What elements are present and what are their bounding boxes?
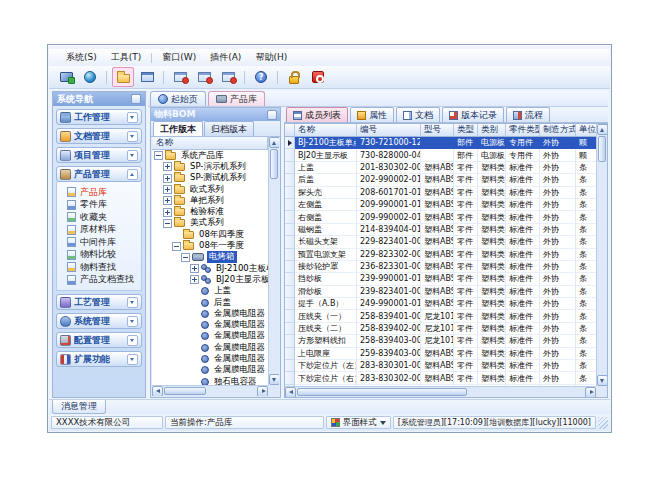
table-row[interactable]: 挡纱板239-990001-01I塑料ABS零件塑料类标准件外协条 bbox=[285, 273, 596, 285]
message-management-tab[interactable]: 消息管理 bbox=[52, 400, 106, 414]
sidebar-item-material-search[interactable]: 物料查找 bbox=[64, 261, 141, 274]
tree-node[interactable]: BJ20主显示板 bbox=[152, 274, 268, 285]
expand-icon[interactable] bbox=[163, 162, 172, 171]
tab-workflow[interactable]: 流程 bbox=[506, 107, 550, 122]
table-row[interactable]: 下纱定位片（左）283-830301-00I塑料ABS零件塑料类标准件外协条 bbox=[285, 360, 596, 372]
ui-style-button[interactable]: 界面样式 bbox=[326, 416, 391, 429]
menu-item-window[interactable]: 窗口(W) bbox=[155, 49, 203, 66]
chevron-down-icon[interactable] bbox=[127, 297, 138, 308]
workstation-button[interactable] bbox=[55, 67, 77, 87]
tree-node[interactable]: 08年一季度 bbox=[152, 240, 268, 251]
window-table-button[interactable] bbox=[136, 67, 158, 87]
tab-archived-version[interactable]: 归档版本 bbox=[204, 121, 254, 136]
menu-item-tools[interactable]: 工具(T) bbox=[104, 49, 149, 66]
tree-node[interactable]: 08年四季度 bbox=[152, 229, 268, 240]
table-row[interactable]: 左侧盖209-990001-01I塑料ABS零件塑料类标准件外协条 bbox=[285, 199, 596, 211]
collapse-icon[interactable] bbox=[172, 242, 181, 251]
tree-node[interactable]: 上盖 bbox=[152, 286, 268, 297]
tree-node[interactable]: SP-演示机系列 bbox=[152, 161, 268, 172]
tree-node[interactable]: SP-测试机系列 bbox=[152, 173, 268, 184]
tab-product-lib[interactable]: 产品库 bbox=[208, 91, 265, 106]
column-header-3[interactable]: 型号 bbox=[421, 124, 454, 137]
chevron-down-icon[interactable] bbox=[127, 131, 138, 142]
scroll-up-icon[interactable] bbox=[269, 137, 279, 148]
sidebar-item-raw-material-lib[interactable]: 原材料库 bbox=[64, 224, 141, 237]
sidebar-section-extension[interactable]: 扩展功能 bbox=[56, 351, 142, 367]
column-header-2[interactable]: 编号 bbox=[357, 124, 421, 137]
tree-node[interactable]: 独石电容器 bbox=[152, 376, 268, 385]
help-button[interactable] bbox=[250, 67, 272, 87]
table-row[interactable]: 上盖201-830302-00I塑料ABS零件塑料类标准件外协条 bbox=[285, 162, 596, 174]
chevron-down-icon[interactable] bbox=[127, 112, 138, 123]
tree-vertical-scrollbar[interactable] bbox=[268, 137, 279, 385]
sidebar-section-product[interactable]: 产品管理 bbox=[56, 166, 142, 182]
tree-node[interactable]: 金属膜电阻器 bbox=[152, 342, 268, 353]
chevron-down-icon[interactable] bbox=[127, 316, 138, 327]
scroll-left-icon[interactable] bbox=[285, 387, 296, 398]
tree-node[interactable]: 金属膜电阻器 bbox=[152, 308, 268, 319]
table-row[interactable]: BJ-2100主板单点730-721000-12I部件电源板专用件外协颗 bbox=[285, 137, 596, 149]
sidebar-section-project[interactable]: 项目管理 bbox=[56, 147, 142, 163]
scroll-down-icon[interactable] bbox=[269, 374, 279, 385]
table-row[interactable]: 方形塑料线扣258-839403-00I尼龙1010零件塑料类标准件外协条 bbox=[285, 335, 596, 347]
column-header-6[interactable]: 零件类型 bbox=[506, 124, 540, 137]
exit-button[interactable] bbox=[307, 67, 329, 87]
resize-grip[interactable] bbox=[598, 417, 608, 429]
chevron-down-icon[interactable] bbox=[127, 150, 138, 161]
tab-members[interactable]: 成员列表 bbox=[286, 107, 348, 122]
scrollbar-thumb[interactable] bbox=[164, 387, 206, 395]
column-header-8[interactable]: 单位 bbox=[576, 124, 596, 137]
tree-node[interactable]: 金属膜电阻器 bbox=[152, 353, 268, 364]
scroll-left-icon[interactable] bbox=[152, 386, 163, 396]
expand-icon[interactable] bbox=[163, 196, 172, 205]
tab-documents[interactable]: 文档 bbox=[396, 107, 440, 122]
sidebar-item-part-lib[interactable]: 零件库 bbox=[64, 199, 141, 212]
sidebar-item-product-lib[interactable]: 产品库 bbox=[64, 186, 141, 199]
table-row[interactable]: 长磁头支架229-823401-00I塑料ABS零件塑料类标准件外协条 bbox=[285, 236, 596, 248]
sidebar-section-work[interactable]: 工作管理 bbox=[56, 109, 142, 125]
sidebar-section-config[interactable]: 配置管理 bbox=[56, 332, 142, 348]
bom-panel-options-button[interactable] bbox=[267, 110, 277, 120]
expand-icon[interactable] bbox=[190, 264, 199, 273]
tree-node[interactable]: 系统产品库 bbox=[152, 150, 268, 161]
scroll-down-icon[interactable] bbox=[597, 375, 608, 386]
expand-icon[interactable] bbox=[163, 185, 172, 194]
table-row[interactable]: 滑纱板239-823401-00I塑料ABS零件塑料类标准件外协条 bbox=[285, 286, 596, 298]
tree-node[interactable]: 金属膜电阻器 bbox=[152, 365, 268, 376]
sidebar-item-product-doc-search[interactable]: 产品文档查找 bbox=[64, 274, 141, 287]
sidebar-section-system[interactable]: 系统管理 bbox=[56, 313, 142, 329]
globe-button[interactable] bbox=[79, 67, 101, 87]
sidebar-item-intermediate-lib[interactable]: 中间件库 bbox=[64, 236, 141, 249]
grid-vertical-scrollbar[interactable] bbox=[596, 124, 607, 386]
menu-item-system[interactable]: 系统(S) bbox=[59, 49, 104, 66]
sidebar-section-craft[interactable]: 工艺管理 bbox=[56, 294, 142, 310]
table-row[interactable]: 压线夹（二）258-839402-00I尼龙1010零件塑料类标准件外协条 bbox=[285, 323, 596, 335]
close-all-windows-button[interactable] bbox=[193, 67, 215, 87]
tree-node[interactable]: 后盖 bbox=[152, 297, 268, 308]
sidebar-item-favorites[interactable]: 收藏夹 bbox=[64, 211, 141, 224]
scrollbar-thumb[interactable] bbox=[270, 149, 278, 179]
table-row[interactable]: 接纱轮护罩236-823301-00I塑料ABS零件塑料类标准件外协条 bbox=[285, 261, 596, 273]
sidebar-item-material-compare[interactable]: 物料比较 bbox=[64, 249, 141, 262]
chevron-down-icon[interactable] bbox=[127, 335, 138, 346]
sidebar-options-button[interactable] bbox=[131, 94, 141, 104]
table-row[interactable]: 预置电源支架229-823302-00I塑料ABS零件塑料类标准件外协条 bbox=[285, 249, 596, 261]
table-row[interactable]: 上电限座259-839403-00I塑料ABS零件塑料类标准件外协条 bbox=[285, 348, 596, 360]
menu-item-plugins[interactable]: 插件(A) bbox=[203, 49, 248, 66]
close-window-button[interactable] bbox=[169, 67, 191, 87]
scrollbar-thumb[interactable] bbox=[297, 388, 467, 396]
expand-icon[interactable] bbox=[163, 174, 172, 183]
column-header-7[interactable]: 制造方式 bbox=[540, 124, 576, 137]
chevron-down-icon[interactable] bbox=[127, 354, 138, 365]
tree-column-header[interactable]: 名称 bbox=[152, 137, 268, 150]
table-row[interactable]: BJ20主显示板730-828000-04I部件电源板专用件外协颗 bbox=[285, 149, 596, 161]
menu-item-help[interactable]: 帮助(H) bbox=[248, 49, 294, 66]
chevron-up-icon[interactable] bbox=[127, 169, 138, 180]
open-folder-button[interactable] bbox=[112, 67, 134, 87]
collapse-icon[interactable] bbox=[181, 253, 190, 262]
tree-node[interactable]: 美式系列 bbox=[152, 218, 268, 229]
lock-button[interactable] bbox=[283, 67, 305, 87]
column-header-5[interactable]: 类别 bbox=[478, 124, 506, 137]
tree-node[interactable]: 检验标准 bbox=[152, 206, 268, 217]
tab-start-page[interactable]: 起始页 bbox=[150, 91, 206, 106]
